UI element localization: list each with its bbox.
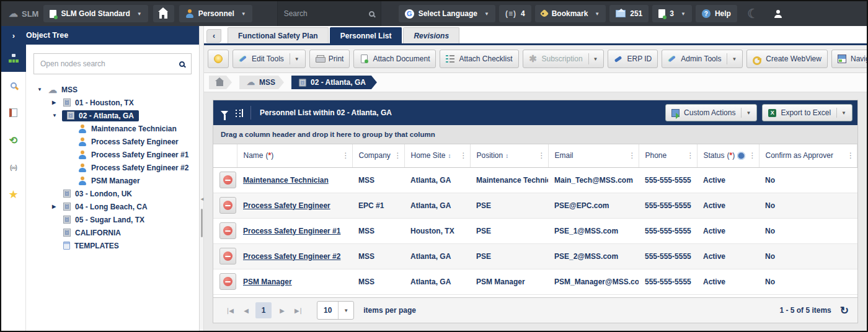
remove-row-button[interactable] xyxy=(219,273,236,290)
tree-node[interactable]: ▼02 - Atlanta, GA xyxy=(33,109,192,122)
column-header-name[interactable]: Name(*)⋮ xyxy=(237,144,352,167)
tabs-back-button[interactable]: ‹ xyxy=(206,29,221,43)
column-header-confirm-as-approver[interactable]: Confirm as Approver⋮ xyxy=(759,144,857,167)
personnel-name-link[interactable]: Process Safety Engineer xyxy=(243,201,330,210)
remove-row-button[interactable] xyxy=(219,248,236,264)
chevron-down-icon[interactable]: ▼ xyxy=(727,53,737,64)
tree-expander-icon[interactable]: ▼ xyxy=(52,113,62,118)
tree-node[interactable]: Process Safety Engineer xyxy=(33,135,192,148)
tab-functional-safety-plan[interactable]: Functional Safety Plan xyxy=(228,27,329,43)
remove-row-button[interactable] xyxy=(219,172,236,188)
column-menu-icon[interactable]: ⋮ xyxy=(687,151,694,160)
previous-page-button[interactable]: ◀ xyxy=(239,307,252,314)
rail-refresh-button[interactable]: ⟲ xyxy=(1,126,26,154)
breadcrumb-home[interactable] xyxy=(209,76,232,89)
export-to-excel-button[interactable]: X Export to Excel ▼ xyxy=(762,104,852,121)
chevron-down-icon[interactable]: ▼ xyxy=(290,53,299,64)
help-button[interactable]: ? Help xyxy=(696,5,737,22)
attach-document-button[interactable]: Attach Document xyxy=(353,50,436,68)
personnel-name-link[interactable]: PSM Manager xyxy=(243,277,292,286)
column-menu-icon[interactable]: ⋮ xyxy=(342,151,350,160)
tree-node[interactable]: 05 - Sugar Land, TX xyxy=(33,213,192,226)
group-drop-zone[interactable]: Drag a column header and drop it here to… xyxy=(213,125,857,144)
column-menu-icon[interactable]: ⋮ xyxy=(538,151,546,160)
panel-splitter[interactable]: ◄ xyxy=(200,26,204,331)
create-webview-button[interactable]: Create WebView xyxy=(746,50,828,68)
column-header-position[interactable]: Position↕⋮ xyxy=(470,144,548,167)
remove-row-button[interactable] xyxy=(219,197,236,214)
rail-search-button[interactable] xyxy=(1,72,26,99)
tab-personnel-list[interactable]: Personnel List xyxy=(330,27,402,43)
rail-object-tree-button[interactable] xyxy=(1,45,26,72)
personnel-name-link[interactable]: Process Safety Engineer #2 xyxy=(243,252,340,261)
tree-expander-icon[interactable]: ▶ xyxy=(52,100,62,105)
module-selector-dropdown[interactable]: Personnel ▼ xyxy=(179,5,252,22)
first-page-button[interactable]: ❘◀ xyxy=(222,307,236,314)
search-icon[interactable] xyxy=(179,61,185,67)
remove-row-button[interactable] xyxy=(219,222,236,239)
admin-tools-button[interactable]: Admin Tools▼ xyxy=(662,50,743,68)
tree-node[interactable]: ▶01 - Houston, TX xyxy=(33,96,192,109)
global-search-input[interactable]: Search xyxy=(277,1,381,26)
page-size-select[interactable]: 10 ▼ xyxy=(317,301,354,320)
splitter-collapse-icon[interactable]: ◄ xyxy=(200,196,205,202)
tree-node[interactable]: PSM Manager xyxy=(33,174,192,187)
tree-node[interactable]: Maintenance Technician xyxy=(33,122,192,135)
personnel-name-link[interactable]: Process Safety Engineer #1 xyxy=(243,227,340,235)
column-header-phone[interactable]: Phone⋮ xyxy=(639,144,697,167)
splitter-drag-handle[interactable] xyxy=(201,209,203,237)
tree-search-input[interactable] xyxy=(40,59,179,68)
tree-node[interactable]: ▼☁MSS xyxy=(33,83,192,96)
bookmark-dropdown[interactable]: Bookmark ▼ xyxy=(535,5,606,22)
column-header-status[interactable]: Status(*)⋮ xyxy=(697,144,759,167)
edit-tools-button[interactable]: Edit Tools▼ xyxy=(232,50,306,68)
refresh-icon[interactable]: ↻ xyxy=(840,305,849,316)
dark-mode-toggle[interactable]: ☾ xyxy=(741,5,764,22)
attach-checklist-button[interactable]: Attach Checklist xyxy=(440,50,518,68)
rail-link-button[interactable]: (∞) xyxy=(1,154,26,181)
sidebar-collapse-icon[interactable]: › xyxy=(1,31,26,40)
column-chooser-icon[interactable] xyxy=(236,109,243,117)
tree-node[interactable]: Process Safety Engineer #2 xyxy=(33,161,192,174)
inbox-button[interactable]: 251 xyxy=(609,5,649,22)
erp-id-button[interactable]: ERP ID xyxy=(608,50,658,68)
documents-dropdown[interactable]: 3 ▼ xyxy=(652,5,692,22)
column-header-home-site[interactable]: Home Site↕⋮ xyxy=(404,144,470,167)
column-header-company[interactable]: Company⋮ xyxy=(352,144,404,167)
filter-icon[interactable] xyxy=(221,111,228,115)
home-button[interactable] xyxy=(153,5,174,22)
sort-icon[interactable]: ↕ xyxy=(448,152,451,159)
select-language-dropdown[interactable]: G Select Language ▼ xyxy=(399,5,495,22)
tree-expander-icon[interactable]: ▼ xyxy=(37,87,47,92)
tree-node[interactable]: Process Safety Engineer #1 xyxy=(33,148,192,161)
search-icon[interactable] xyxy=(369,11,374,17)
page-number-button[interactable]: 1 xyxy=(255,302,272,318)
tree-node[interactable]: ▶04 - Long Beach, CA xyxy=(33,200,192,213)
breadcrumb-mss[interactable]: ☁MSS xyxy=(239,76,284,89)
last-page-button[interactable]: ▶❘ xyxy=(291,307,305,314)
chevron-down-icon[interactable]: ▼ xyxy=(588,53,598,64)
rail-favorites-button[interactable]: ★ xyxy=(1,181,26,208)
subscription-button[interactable]: ✱Subscription▼ xyxy=(523,50,604,68)
column-menu-icon[interactable]: ⋮ xyxy=(749,151,756,160)
column-menu-icon[interactable]: ⋮ xyxy=(629,151,636,160)
column-menu-icon[interactable]: ⋮ xyxy=(460,151,467,160)
sync-status-button[interactable]: (≡) 4 xyxy=(499,5,531,22)
hint-button[interactable] xyxy=(208,50,229,68)
column-menu-icon[interactable]: ⋮ xyxy=(847,151,854,160)
app-selector-dropdown[interactable]: SLM Gold Standard ▼ xyxy=(43,5,148,22)
tree-node[interactable]: CALIFORNIA xyxy=(33,226,192,239)
tree-expander-icon[interactable]: ▶ xyxy=(52,204,62,209)
print-button[interactable]: Print xyxy=(309,50,350,68)
rail-journal-button[interactable] xyxy=(1,99,26,126)
custom-actions-button[interactable]: Custom Actions ▼ xyxy=(665,104,757,121)
column-header-email[interactable]: Email⋮ xyxy=(548,144,639,167)
breadcrumb-02-atlanta-ga[interactable]: 02 - Atlanta, GA xyxy=(291,76,377,89)
tree-node[interactable]: TEMPLATES xyxy=(33,239,192,252)
navigate-to-module-button[interactable]: Navigate to Module▼ xyxy=(831,50,868,68)
sort-icon[interactable]: ↕ xyxy=(505,152,508,159)
tree-node[interactable]: 03 - London, UK xyxy=(33,187,192,200)
personnel-name-link[interactable]: Maintenance Technician xyxy=(243,176,329,185)
user-profile-button[interactable] xyxy=(768,5,788,22)
next-page-button[interactable]: ▶ xyxy=(275,307,288,314)
